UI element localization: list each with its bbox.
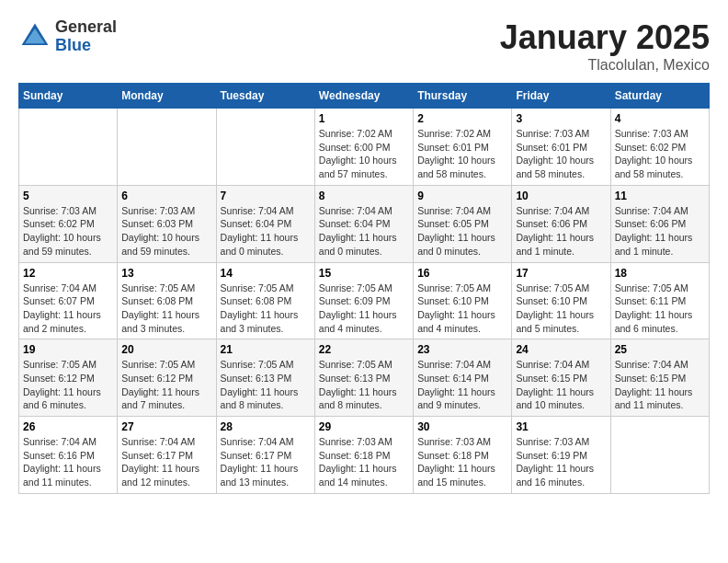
day-number: 30 [417,420,507,433]
day-info: Sunrise: 7:03 AMSunset: 6:18 PMDaylight:… [417,435,507,489]
day-number: 3 [516,112,606,125]
weekday-saturday: Saturday [610,84,709,109]
day-info: Sunrise: 7:03 AMSunset: 6:18 PMDaylight:… [319,435,409,489]
day-info: Sunrise: 7:03 AMSunset: 6:01 PMDaylight:… [516,127,606,181]
month-title: January 2025 [500,18,710,57]
day-info: Sunrise: 7:04 AMSunset: 6:06 PMDaylight:… [615,204,705,259]
day-cell: 17Sunrise: 7:05 AMSunset: 6:10 PMDayligh… [512,262,610,339]
day-cell: 30Sunrise: 7:03 AMSunset: 6:18 PMDayligh… [414,417,512,494]
day-number: 11 [615,190,705,202]
day-cell [118,109,216,186]
day-cell [610,417,709,494]
day-number: 21 [221,343,311,356]
day-info: Sunrise: 7:03 AMSunset: 6:19 PMDaylight:… [516,435,606,489]
day-info: Sunrise: 7:04 AMSunset: 6:04 PMDaylight:… [319,204,409,259]
day-info: Sunrise: 7:05 AMSunset: 6:13 PMDaylight:… [319,358,409,412]
day-info: Sunrise: 7:05 AMSunset: 6:11 PMDaylight:… [615,282,705,336]
day-number: 5 [23,190,113,202]
day-info: Sunrise: 7:05 AMSunset: 6:08 PMDaylight:… [121,282,211,336]
day-cell: 6Sunrise: 7:03 AMSunset: 6:03 PMDaylight… [118,185,216,262]
day-number: 2 [417,112,507,125]
logo-text: General Blue [55,18,117,55]
day-info: Sunrise: 7:04 AMSunset: 6:15 PMDaylight:… [516,358,606,412]
day-number: 13 [121,267,211,280]
day-cell: 14Sunrise: 7:05 AMSunset: 6:08 PMDayligh… [216,262,314,339]
day-cell: 28Sunrise: 7:04 AMSunset: 6:17 PMDayligh… [216,417,314,494]
day-number: 9 [417,190,507,202]
day-number: 24 [516,343,606,356]
day-info: Sunrise: 7:05 AMSunset: 6:08 PMDaylight:… [221,282,311,336]
logo-icon [18,20,51,53]
day-cell: 21Sunrise: 7:05 AMSunset: 6:13 PMDayligh… [216,339,314,417]
day-cell: 26Sunrise: 7:04 AMSunset: 6:16 PMDayligh… [19,417,118,494]
week-row-4: 19Sunrise: 7:05 AMSunset: 6:12 PMDayligh… [19,339,710,417]
weekday-monday: Monday [118,84,216,109]
day-cell: 15Sunrise: 7:05 AMSunset: 6:09 PMDayligh… [314,262,413,339]
day-cell: 5Sunrise: 7:03 AMSunset: 6:02 PMDaylight… [19,185,118,262]
day-number: 12 [23,267,113,280]
day-cell: 13Sunrise: 7:05 AMSunset: 6:08 PMDayligh… [118,262,216,339]
day-info: Sunrise: 7:05 AMSunset: 6:12 PMDaylight:… [121,358,211,412]
day-info: Sunrise: 7:04 AMSunset: 6:17 PMDaylight:… [221,435,311,489]
day-info: Sunrise: 7:04 AMSunset: 6:07 PMDaylight:… [23,282,113,336]
day-cell: 29Sunrise: 7:03 AMSunset: 6:18 PMDayligh… [314,417,413,494]
week-row-1: 1Sunrise: 7:02 AMSunset: 6:00 PMDaylight… [19,109,710,186]
day-cell [216,109,314,186]
day-cell: 19Sunrise: 7:05 AMSunset: 6:12 PMDayligh… [19,339,118,417]
day-number: 19 [23,343,113,356]
day-info: Sunrise: 7:03 AMSunset: 6:03 PMDaylight:… [121,204,211,259]
day-cell: 12Sunrise: 7:04 AMSunset: 6:07 PMDayligh… [19,262,118,339]
day-cell: 8Sunrise: 7:04 AMSunset: 6:04 PMDaylight… [314,185,413,262]
day-number: 1 [319,112,409,125]
day-info: Sunrise: 7:03 AMSunset: 6:02 PMDaylight:… [23,204,113,259]
logo-general: General [55,18,117,37]
weekday-thursday: Thursday [414,84,512,109]
title-block: January 2025 Tlacolulan, Mexico [500,18,710,74]
weekday-friday: Friday [512,84,610,109]
day-number: 31 [516,420,606,433]
day-number: 10 [516,190,606,202]
calendar-body: 1Sunrise: 7:02 AMSunset: 6:00 PMDaylight… [19,109,710,494]
day-cell [19,109,118,186]
logo-blue: Blue [55,37,117,55]
day-info: Sunrise: 7:04 AMSunset: 6:06 PMDaylight:… [516,204,606,259]
day-number: 20 [121,343,211,356]
day-number: 27 [121,420,211,433]
day-info: Sunrise: 7:04 AMSunset: 6:05 PMDaylight:… [417,204,507,259]
day-cell: 4Sunrise: 7:03 AMSunset: 6:02 PMDaylight… [610,109,709,186]
day-number: 22 [319,343,409,356]
day-info: Sunrise: 7:04 AMSunset: 6:16 PMDaylight:… [23,435,113,489]
day-number: 15 [319,267,409,280]
day-cell: 1Sunrise: 7:02 AMSunset: 6:00 PMDaylight… [314,109,413,186]
weekday-wednesday: Wednesday [314,84,413,109]
day-info: Sunrise: 7:04 AMSunset: 6:04 PMDaylight:… [221,204,311,259]
day-number: 14 [221,267,311,280]
day-cell: 16Sunrise: 7:05 AMSunset: 6:10 PMDayligh… [414,262,512,339]
day-number: 23 [417,343,507,356]
weekday-header-row: SundayMondayTuesdayWednesdayThursdayFrid… [19,84,710,109]
day-cell: 31Sunrise: 7:03 AMSunset: 6:19 PMDayligh… [512,417,610,494]
day-cell: 2Sunrise: 7:02 AMSunset: 6:01 PMDaylight… [414,109,512,186]
day-info: Sunrise: 7:05 AMSunset: 6:10 PMDaylight:… [516,282,606,336]
logo: General Blue [18,18,117,55]
week-row-2: 5Sunrise: 7:03 AMSunset: 6:02 PMDaylight… [19,185,710,262]
day-cell: 3Sunrise: 7:03 AMSunset: 6:01 PMDaylight… [512,109,610,186]
day-info: Sunrise: 7:04 AMSunset: 6:17 PMDaylight:… [121,435,211,489]
day-number: 17 [516,267,606,280]
day-cell: 11Sunrise: 7:04 AMSunset: 6:06 PMDayligh… [610,185,709,262]
day-number: 8 [319,190,409,202]
day-number: 16 [417,267,507,280]
weekday-sunday: Sunday [19,84,118,109]
day-number: 28 [221,420,311,433]
day-cell: 24Sunrise: 7:04 AMSunset: 6:15 PMDayligh… [512,339,610,417]
day-info: Sunrise: 7:05 AMSunset: 6:10 PMDaylight:… [417,282,507,336]
day-cell: 20Sunrise: 7:05 AMSunset: 6:12 PMDayligh… [118,339,216,417]
weekday-tuesday: Tuesday [216,84,314,109]
week-row-3: 12Sunrise: 7:04 AMSunset: 6:07 PMDayligh… [19,262,710,339]
day-cell: 23Sunrise: 7:04 AMSunset: 6:14 PMDayligh… [414,339,512,417]
page-header: General Blue January 2025 Tlacolulan, Me… [18,18,710,74]
day-info: Sunrise: 7:04 AMSunset: 6:15 PMDaylight:… [615,358,705,412]
day-number: 18 [615,267,705,280]
day-info: Sunrise: 7:05 AMSunset: 6:13 PMDaylight:… [221,358,311,412]
day-info: Sunrise: 7:03 AMSunset: 6:02 PMDaylight:… [615,127,705,181]
